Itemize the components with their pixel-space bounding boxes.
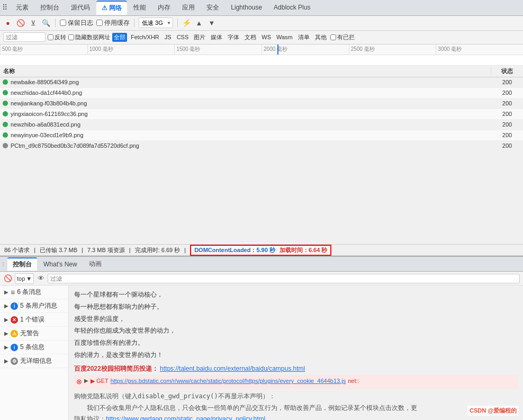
invert-label: 反转 — [55, 33, 66, 41]
devtools-tab-bar: ⠿ 元素 控制台 源代码 ⚠ 网络 性能 内存 应用 安全 Lighthouse… — [0, 0, 523, 16]
console-toolbar: 🚫 top ▼ 👁 — [0, 272, 523, 285]
divider-bar: | — [129, 247, 131, 253]
verbose-icon: ⚙ — [11, 358, 18, 365]
error-suffix: net:: — [348, 376, 359, 386]
console-text-block: 每一个星球都有一个驱动核心， 每一种思想都有影响力的种子。 感受世界的温度， 年… — [74, 289, 518, 361]
invert-checkbox[interactable]: 反转 — [48, 33, 66, 41]
preserve-log-input[interactable] — [60, 20, 66, 26]
privacy-line-2: 我们不会收集用户个人隐私信息，只会收集一些简单的产品交互行为，帮助改善产品，例如… — [74, 403, 518, 414]
privacy-url[interactable]: https://www.gwdang.com/static_page/priva… — [106, 415, 265, 420]
dock-icon[interactable]: ⠿ — [2, 3, 7, 12]
top-label: top — [17, 275, 25, 282]
sidebar-item-verbose[interactable]: ▶ ⚙ 无详细信息 — [0, 354, 68, 368]
recruitment-block: 百度2022校园招聘简历投递： https://talent.baidu.com… — [74, 363, 518, 374]
divider-bar: | — [82, 247, 83, 253]
tab-adblock[interactable]: Adblock Plus — [268, 2, 315, 13]
console-line-6: 你的潜力，是改变世界的动力！ — [74, 349, 518, 361]
tab-sources[interactable]: 源代码 — [66, 1, 95, 14]
filter-other[interactable]: 其他 — [313, 33, 328, 42]
table-row[interactable]: yingxiaoicon-612169cc36.png 200 — [0, 109, 523, 120]
sidebar-item-user-messages[interactable]: ▶ i 5 条用户消息 — [0, 299, 68, 313]
filter-all[interactable]: 全部 — [112, 33, 127, 42]
tab-performance[interactable]: 性能 — [128, 1, 151, 14]
table-row[interactable]: newyinyue-03ecd1e9b9.png 200 — [0, 130, 523, 141]
download-button[interactable]: ▼ — [207, 18, 217, 28]
console-clear-button[interactable]: 🚫 — [3, 274, 13, 283]
filter-button[interactable]: ⊻ — [29, 18, 38, 28]
tab-elements[interactable]: 元素 — [11, 1, 34, 14]
table-row[interactable]: newzhibo-a6a0831ecd.png 200 — [0, 120, 523, 130]
upload-button[interactable]: ▲ — [194, 18, 204, 28]
header-name[interactable]: 名称 — [0, 67, 491, 75]
eye-icon-button[interactable]: 👁 — [36, 274, 46, 283]
preserve-log-label: 保留日志 — [68, 19, 93, 28]
tab-animation[interactable]: 动画 — [84, 258, 107, 270]
expand-icon: ▶ — [4, 344, 8, 350]
row-status-code: 200 — [491, 79, 523, 85]
tab-console[interactable]: 控制台 — [35, 1, 65, 14]
blocked-cookies-label: 有已拦 — [337, 33, 355, 41]
disable-cache-input[interactable] — [96, 20, 103, 26]
filter-font[interactable]: 字体 — [226, 33, 241, 42]
drag-handle: ⁝ — [2, 261, 4, 268]
tick-2000ms: 2000 毫秒 — [262, 44, 349, 55]
table-row[interactable]: newbaike-889054l349.png 200 — [0, 77, 523, 88]
divider-3 — [177, 19, 178, 27]
throttle-select[interactable]: 低速 3G 高速 3G 无节流 — [139, 17, 173, 28]
table-row[interactable]: newzhidao-da1cf444b0.png 200 — [0, 88, 523, 99]
sidebar-item-info[interactable]: ▶ i 5 条信息 — [0, 341, 68, 354]
tab-lighthouse[interactable]: Lighthouse — [226, 2, 267, 13]
list-icon: ≡ — [11, 288, 15, 297]
filter-wasm[interactable]: Wasm — [275, 33, 294, 41]
record-button[interactable]: ● — [3, 18, 13, 28]
sidebar-item-messages[interactable]: ▶ ≡ 6 条消息 — [0, 285, 68, 299]
sidebar-item-errors[interactable]: ▶ ✕ 1 个错误 — [0, 313, 68, 327]
filter-ws[interactable]: WS — [260, 33, 273, 41]
tab-application[interactable]: 应用 — [177, 1, 200, 14]
console-tab-bar: ⁝ 控制台 What's New 动画 — [0, 257, 523, 272]
privacy-line-3: 隐私协议：https://www.gwdang.com/static_page/… — [74, 414, 518, 420]
hide-data-urls-input[interactable] — [68, 34, 74, 40]
divider-1 — [55, 19, 56, 27]
blocked-cookies-checkbox[interactable]: 有已拦 — [330, 33, 355, 41]
preserve-log-checkbox[interactable]: 保留日志 — [60, 19, 93, 28]
filter-fetch-xhr[interactable]: Fetch/XHR — [129, 33, 161, 41]
blocked-cookies-input[interactable] — [330, 34, 336, 40]
table-row[interactable]: PCtm_d9c8750bed0b3c7d089fa7d55720d6cf.pn… — [0, 141, 523, 151]
header-status[interactable]: 状态 — [491, 67, 523, 75]
expand-icon: ▶ — [4, 330, 8, 336]
recruitment-url[interactable]: https://talent.baidu.com/external/baidu/… — [160, 365, 305, 372]
tab-whats-new[interactable]: What's New — [38, 259, 83, 270]
divider-bar: | — [184, 247, 186, 253]
tab-console-bottom[interactable]: 控制台 — [7, 257, 37, 271]
tab-network[interactable]: ⚠ 网络 — [96, 1, 127, 15]
search-button[interactable]: 🔍 — [41, 18, 51, 28]
clear-button[interactable]: 🚫 — [16, 18, 25, 28]
tab-security[interactable]: 安全 — [201, 1, 224, 14]
tab-memory[interactable]: 内存 — [152, 1, 176, 14]
status-bar: 86 个请求 | 已传输 3.7 MB | 7.3 MB 项资源 | 完成用时:… — [0, 244, 523, 256]
filter-img[interactable]: 图片 — [192, 33, 207, 42]
network-toolbar: ● 🚫 ⊻ 🔍 保留日志 停用缓存 低速 3G 高速 3G 无节流 — [0, 16, 523, 31]
filter-doc[interactable]: 文档 — [243, 33, 258, 42]
filter-manifest[interactable]: 清单 — [296, 33, 311, 42]
top-context-selector[interactable]: top ▼ — [15, 273, 34, 284]
table-row[interactable]: newjiankang-f03b804b4b.png 200 — [0, 99, 523, 109]
expand-arrow[interactable]: ▶ — [84, 376, 88, 385]
sidebar-item-warnings[interactable]: ▶ ⚠ 无警告 — [0, 327, 68, 341]
tick-2500ms: 2500 毫秒 — [349, 44, 436, 55]
disable-cache-checkbox[interactable]: 停用缓存 — [96, 19, 130, 28]
row-status-icon — [3, 111, 8, 117]
console-sidebar: ▶ ≡ 6 条消息 ▶ i 5 条用户消息 ▶ ✕ 1 个错误 ▶ ⚠ — [0, 285, 69, 420]
filter-input[interactable] — [3, 32, 46, 42]
row-filename: newbaike-889054l349.png — [11, 79, 491, 85]
hide-data-urls-checkbox[interactable]: 隐藏数据网址 — [68, 33, 110, 41]
console-filter-input[interactable] — [48, 274, 520, 283]
error-circle-icon: ⊗ — [76, 376, 82, 388]
error-url[interactable]: https://pss.bdstatic.com/r/www/cache/sta… — [111, 376, 346, 386]
invert-input[interactable] — [48, 34, 53, 40]
console-text-area: 每一个星球都有一个驱动核心， 每一种思想都有影响力的种子。 感受世界的温度， 年… — [69, 285, 523, 420]
filter-css[interactable]: CSS — [175, 33, 191, 41]
filter-js[interactable]: JS — [163, 33, 173, 41]
filter-media[interactable]: 媒体 — [209, 33, 224, 42]
